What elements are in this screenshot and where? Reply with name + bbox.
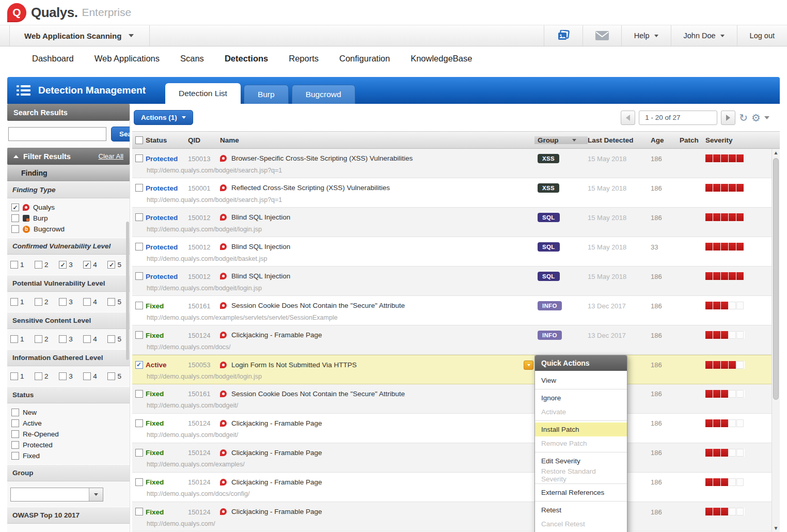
checkbox-level-1[interactable] (10, 298, 18, 306)
nav-item-dashboard[interactable]: Dashboard (32, 54, 74, 64)
row-checkbox[interactable] (135, 449, 143, 457)
table-row[interactable]: Protected150012Blind SQL InjectionSQL15 … (132, 208, 780, 237)
checkbox-level-5[interactable] (107, 298, 115, 306)
nav-item-detections[interactable]: Detections (225, 54, 268, 64)
actions-button[interactable]: Actions (1) (134, 110, 193, 125)
nav-item-configuration[interactable]: Configuration (339, 54, 390, 64)
checkbox-new[interactable] (11, 409, 19, 416)
checkbox-active[interactable] (11, 419, 19, 427)
search-button[interactable]: Search (111, 127, 130, 142)
table-row[interactable]: Protected150013Browser-Specific Cross-Si… (132, 149, 780, 178)
dropdown-button[interactable] (89, 488, 103, 501)
tab-bugcrowd[interactable]: Bugcrowd (292, 85, 355, 104)
nav-item-web-applications[interactable]: Web Applications (95, 54, 160, 64)
menu-item-edit-severity[interactable]: Edit Severity (535, 454, 627, 468)
checkbox-level-2[interactable] (35, 298, 42, 306)
group-dropdown[interactable] (10, 488, 103, 502)
row-checkbox[interactable] (135, 272, 143, 280)
checkbox-level-1[interactable] (10, 372, 18, 380)
table-row[interactable]: Protected150012Blind SQL InjectionSQL15 … (132, 237, 780, 267)
scrollbar-thumb[interactable] (773, 158, 779, 400)
gear-icon[interactable]: ⚙ (751, 113, 761, 123)
checkbox-level-1[interactable] (10, 335, 18, 343)
table-row[interactable]: Fixed150124Clickjacking - Framable Page1… (132, 414, 780, 443)
table-row[interactable]: Protected150001Reflected Cross-Site Scri… (132, 178, 780, 208)
row-checkbox[interactable] (135, 184, 143, 192)
logout-button[interactable]: Log out (737, 25, 787, 46)
checkbox-level-2[interactable] (35, 335, 42, 343)
row-checkbox[interactable] (135, 361, 143, 369)
table-row[interactable]: Fixed150124Clickjacking - Framable PageI… (132, 502, 780, 531)
checkbox-level-3[interactable] (59, 261, 67, 269)
menu-item-view[interactable]: View (535, 373, 627, 387)
checkbox-level-1[interactable] (10, 261, 18, 269)
previous-page-button[interactable] (621, 111, 635, 125)
menu-item-install-patch[interactable]: Install Patch (535, 423, 627, 436)
checkbox-qualys[interactable] (11, 204, 19, 211)
checkbox-level-3[interactable] (59, 335, 67, 343)
checkbox-level-4[interactable] (83, 298, 91, 306)
table-row[interactable]: Fixed150161Session Cookie Does Not Conta… (132, 384, 780, 414)
column-header-age[interactable]: Age (651, 136, 680, 144)
scroll-up-icon[interactable]: ▲ (772, 149, 780, 157)
checkbox-level-2[interactable] (35, 372, 42, 380)
row-actions-dropdown[interactable] (524, 361, 533, 370)
row-checkbox[interactable] (135, 390, 143, 398)
checkbox-level-4[interactable] (83, 372, 91, 380)
column-header-qid[interactable]: QID (188, 136, 220, 144)
table-row[interactable]: Fixed150124Clickjacking - Framable Page1… (132, 473, 780, 502)
column-header-name[interactable]: Name (220, 136, 538, 144)
checkbox-level-3[interactable] (59, 298, 67, 306)
refresh-icon[interactable]: ↻ (739, 113, 748, 123)
next-page-button[interactable] (721, 111, 735, 125)
checkbox-level-5[interactable] (107, 261, 115, 269)
table-row[interactable]: Protected150012Blind SQL InjectionSQL15 … (132, 267, 780, 296)
checkbox-bugcrowd[interactable] (11, 225, 19, 233)
checkbox-burp[interactable] (11, 214, 19, 222)
column-header-group[interactable]: Group (534, 136, 588, 144)
checkbox-level-4[interactable] (83, 335, 91, 343)
checkbox-level-4[interactable] (83, 261, 91, 269)
checkbox-level-5[interactable] (107, 335, 115, 343)
help-menu[interactable]: Help (621, 25, 671, 46)
checkbox-level-5[interactable] (107, 372, 115, 380)
tab-detection-list[interactable]: Detection List (165, 83, 241, 104)
nav-item-knowledgebase[interactable]: KnowledgeBase (411, 54, 472, 64)
vertical-scrollbar[interactable]: ▲ ▼ (772, 149, 780, 532)
checkbox-protected[interactable] (11, 441, 19, 449)
user-menu[interactable]: John Doe (671, 25, 737, 46)
menu-item-external-references[interactable]: External References (535, 486, 627, 499)
row-checkbox[interactable] (135, 478, 143, 486)
row-checkbox[interactable] (135, 302, 143, 309)
table-row[interactable]: Active150053Login Form Is Not Submitted … (132, 355, 780, 384)
checkbox-re-opened[interactable] (11, 430, 19, 438)
checkbox-level-2[interactable] (35, 261, 42, 269)
row-checkbox[interactable] (135, 243, 143, 251)
menu-item-ignore[interactable]: Ignore (535, 391, 627, 405)
row-checkbox[interactable] (135, 331, 143, 339)
column-header-severity[interactable]: Severity (705, 136, 772, 144)
messages-button[interactable] (583, 25, 621, 46)
menu-item-retest[interactable]: Retest (535, 503, 627, 517)
checkbox-fixed[interactable] (11, 452, 19, 460)
search-input[interactable] (8, 127, 106, 141)
column-header-status[interactable]: Status (146, 136, 188, 144)
nav-item-reports[interactable]: Reports (289, 54, 319, 64)
nav-item-scans[interactable]: Scans (180, 54, 204, 64)
table-row[interactable]: Fixed150124Clickjacking - Framable Page1… (132, 443, 780, 473)
clear-all-link[interactable]: Clear All (99, 152, 123, 160)
row-checkbox[interactable] (135, 213, 143, 221)
sidebar-scrollbar-thumb[interactable] (126, 222, 129, 360)
column-header-last-detected[interactable]: Last Detected (588, 136, 651, 144)
scroll-down-icon[interactable]: ▼ (772, 524, 780, 532)
module-selector[interactable]: Web Application Scanning (9, 25, 150, 46)
pagination-range-input[interactable] (639, 111, 717, 125)
screenshots-button[interactable] (544, 25, 583, 46)
select-all-checkbox[interactable] (135, 136, 143, 144)
row-checkbox[interactable] (135, 154, 143, 162)
table-row[interactable]: Fixed150161Session Cookie Does Not Conta… (132, 296, 780, 325)
collapse-triangle-icon[interactable] (13, 155, 19, 158)
column-header-patch[interactable]: Patch (680, 136, 705, 144)
tab-burp[interactable]: Burp (244, 85, 289, 104)
row-checkbox[interactable] (135, 419, 143, 427)
